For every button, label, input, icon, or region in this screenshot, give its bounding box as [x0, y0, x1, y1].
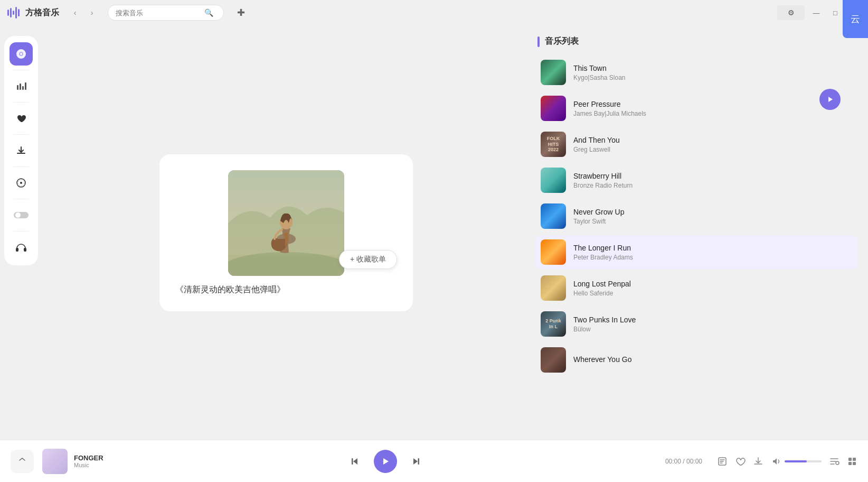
player-time: 00:00 / 00:00	[665, 458, 702, 465]
song-artist: Peter Bradley Adams	[573, 254, 852, 261]
sidebar-card	[4, 36, 38, 265]
song-name: This Town	[573, 64, 852, 72]
song-artist: James Bay|Julia Michaels	[573, 110, 852, 117]
next-icon	[411, 456, 421, 467]
download-player-button[interactable]	[753, 456, 763, 467]
time-sep: /	[683, 458, 684, 465]
song-thumbnail	[541, 60, 566, 85]
song-artist: Bülow	[573, 326, 852, 333]
song-name: Long Lost Penpal	[573, 280, 852, 288]
sidebar-discover-button[interactable]	[10, 171, 33, 194]
sidebar-music-button[interactable]	[10, 42, 33, 66]
prev-button[interactable]	[346, 453, 363, 470]
sidebar-sep-2	[13, 102, 29, 103]
svg-rect-18	[24, 248, 26, 252]
song-artist: Greg Laswell	[573, 146, 852, 153]
volume-bar[interactable]	[785, 460, 822, 462]
sidebar-sep-5	[13, 199, 29, 199]
song-thumbnail	[541, 203, 566, 229]
song-info: Strawberry HillBronze Radio Return	[573, 172, 852, 189]
svg-point-16	[15, 212, 21, 218]
play-all-button[interactable]	[819, 89, 841, 110]
volume-button[interactable]	[771, 456, 781, 467]
song-item[interactable]: Wherever You Go	[535, 343, 857, 377]
sidebar-sep-6	[13, 231, 29, 231]
sidebar-chart-button[interactable]	[10, 75, 33, 98]
favorite-icon	[735, 456, 746, 467]
play-icon	[381, 457, 390, 466]
song-artist: Taylor Swift	[573, 218, 852, 225]
sidebar-download-button[interactable]	[10, 139, 33, 162]
song-name: Never Grow Up	[573, 208, 852, 216]
song-thumbnail: 2 Punk In L	[541, 311, 566, 337]
song-info: Wherever You Go	[573, 355, 852, 365]
expand-button[interactable]	[11, 450, 34, 473]
disc-icon	[15, 48, 27, 60]
bar-chart-icon	[16, 81, 26, 91]
minimize-button[interactable]: —	[809, 5, 824, 20]
svg-rect-25	[418, 458, 419, 465]
maximize-button[interactable]: □	[828, 5, 843, 20]
svg-rect-8	[17, 85, 18, 90]
download-icon	[16, 145, 26, 156]
logo-icon	[6, 5, 21, 20]
song-artist: Kygo|Sasha Sloan	[573, 74, 852, 81]
player-thumbnail	[42, 449, 68, 474]
song-name: And Then You	[573, 136, 852, 144]
song-item[interactable]: Never Grow UpTaylor Swift	[535, 199, 857, 233]
song-thumbnail	[541, 275, 566, 301]
queue-icon	[847, 456, 857, 467]
search-input[interactable]	[116, 9, 200, 17]
sidebar-toggle-button[interactable]	[10, 203, 33, 227]
song-item[interactable]: FOLK HITS 2022And Then YouGreg Laswell	[535, 127, 857, 161]
volume-fill	[785, 460, 807, 462]
svg-point-13	[20, 182, 22, 184]
time-total: 00:00	[686, 458, 702, 465]
song-item[interactable]: Strawberry HillBronze Radio Return	[535, 163, 857, 197]
add-button[interactable]: ✚	[232, 4, 249, 21]
svg-point-7	[20, 53, 22, 55]
compass-icon	[16, 178, 26, 188]
playlist-button[interactable]	[829, 456, 839, 467]
queue-button[interactable]	[847, 456, 857, 467]
volume-control	[771, 456, 822, 467]
next-button[interactable]	[408, 453, 424, 470]
sidebar-sep-1	[13, 70, 29, 70]
svg-rect-3	[15, 7, 17, 18]
svg-rect-21	[228, 255, 344, 276]
song-name: Peer Pressure	[573, 100, 852, 108]
song-name: Strawberry Hill	[573, 172, 852, 180]
forward-button[interactable]: ›	[84, 5, 99, 20]
song-item[interactable]: Long Lost PenpalHello Saferide	[535, 271, 857, 305]
sidebar-headphone-button[interactable]	[10, 236, 33, 259]
song-info: And Then YouGreg Laswell	[573, 136, 852, 153]
svg-rect-11	[25, 82, 26, 90]
search-icon[interactable]: 🔍	[204, 8, 213, 17]
expand-icon	[18, 457, 26, 466]
settings-button[interactable]: ⚙	[777, 5, 805, 20]
player-controls	[346, 450, 424, 473]
headphone-icon	[15, 242, 27, 253]
main-layout: + 收藏歌单 《清新灵动的欧美吉他弹唱》 音乐列表 This TownKygo|…	[0, 25, 868, 440]
cloud-badge[interactable]: 云	[843, 0, 868, 38]
content-area: + 收藏歌单 《清新灵动的欧美吉他弹唱》	[42, 25, 530, 440]
panel-header: 音乐列表	[535, 36, 857, 47]
svg-rect-17	[16, 248, 18, 252]
play-pause-button[interactable]	[374, 450, 397, 473]
song-item[interactable]: 2 Punk In LTwo Punks In LoveBülow	[535, 307, 857, 341]
lyrics-button[interactable]	[717, 456, 728, 467]
song-item[interactable]: This TownKygo|Sasha Sloan	[535, 55, 857, 89]
song-item[interactable]: The Longer I RunPeter Bradley Adams	[535, 235, 857, 269]
song-info: The Longer I RunPeter Bradley Adams	[573, 244, 852, 261]
song-thumbnail	[541, 168, 566, 193]
song-item[interactable]: Peer PressureJames Bay|Julia Michaels	[535, 91, 857, 125]
song-name: Wherever You Go	[573, 355, 852, 364]
svg-rect-31	[853, 462, 856, 465]
back-button[interactable]: ‹	[68, 5, 82, 20]
collect-button[interactable]: + 收藏歌单	[339, 250, 397, 269]
favorite-button[interactable]	[735, 456, 746, 467]
song-name: The Longer I Run	[573, 244, 852, 252]
download-player-icon	[753, 456, 763, 467]
svg-rect-4	[18, 9, 20, 16]
sidebar-heart-button[interactable]	[10, 107, 33, 130]
